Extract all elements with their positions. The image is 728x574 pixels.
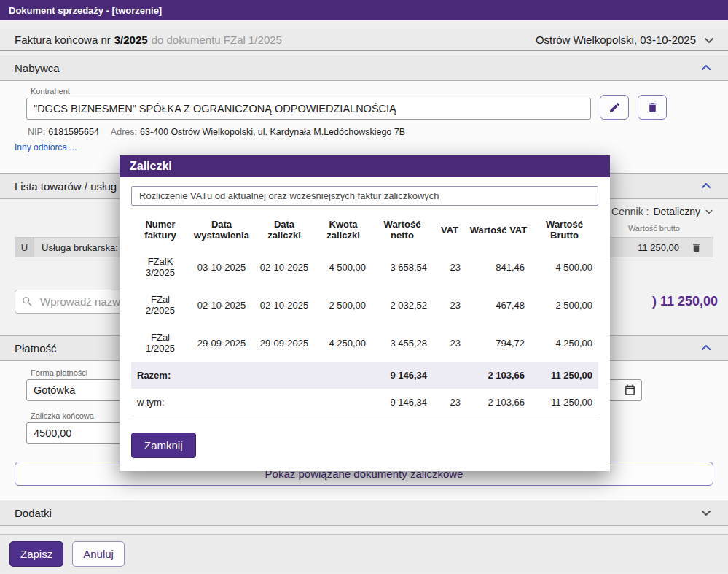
- cell-issue-date: 29-09-2025: [189, 324, 254, 362]
- cell-vat-value: 467,48: [466, 286, 531, 324]
- action-bar: Zapisz Anuluj: [0, 534, 728, 573]
- column-header: Data wystawienia: [189, 212, 254, 248]
- items-total-gross: ) 11 250,00: [652, 294, 718, 309]
- document-title-label: Faktura końcowa nr: [15, 34, 111, 46]
- delete-item-button[interactable]: [679, 242, 713, 253]
- cell-vat-rate: 23: [433, 324, 466, 362]
- trash-icon: [646, 101, 659, 114]
- advances-modal-title: Zaliczki: [130, 160, 172, 173]
- cell-advance-date: 02-10-2025: [254, 248, 315, 286]
- document-number: 3/2025: [114, 34, 148, 46]
- section-buyer-header[interactable]: Nabywca: [0, 55, 728, 81]
- chevron-up-icon[interactable]: [700, 180, 712, 192]
- contractor-details: NIP:6181595654 Adres:63-400 Ostrów Wielk…: [28, 127, 713, 137]
- column-header: Numer faktury: [131, 212, 189, 248]
- calendar-icon[interactable]: [624, 384, 636, 396]
- cell-advance-date: 29-09-2025: [254, 324, 315, 362]
- column-header: Data zaliczki: [254, 212, 315, 248]
- breakdown-vat-value: 2 103,66: [466, 389, 531, 416]
- search-icon: [21, 295, 34, 308]
- advances-table-row[interactable]: FZal 2/2025 02-10-2025 02-10-2025 2 500,…: [131, 286, 598, 324]
- contractor-label: Kontrahent: [31, 87, 591, 96]
- document-header: Faktura końcowa nr 3/2025 do dokumentu F…: [0, 29, 728, 51]
- breakdown-vat-rate: 23: [433, 389, 466, 416]
- advances-table-row[interactable]: FZalK 3/2025 03-10-2025 02-10-2025 4 500…: [131, 248, 598, 286]
- cell-net-value: 3 658,54: [372, 248, 433, 286]
- chevron-up-icon[interactable]: [700, 342, 712, 354]
- breakdown-row-label: w tym:: [131, 389, 189, 416]
- cell-advance-amount: 4 500,00: [315, 248, 372, 286]
- document-title-suffix: do dokumentu FZal 1/2025: [152, 34, 282, 46]
- breakdown-net-value: 9 146,34: [372, 389, 433, 416]
- breakdown-gross-value: 11 250,00: [531, 389, 598, 416]
- advances-modal-body: Rozliczenie VATu od aktualnej oraz wcześ…: [120, 177, 610, 471]
- item-gross-value: 11 250,00: [599, 242, 679, 253]
- section-payment-title: Płatność: [15, 342, 57, 354]
- cell-gross-value: 2 500,00: [531, 286, 598, 324]
- cancel-button[interactable]: Anuluj: [72, 541, 125, 567]
- cell-issue-date: 03-10-2025: [189, 248, 254, 286]
- cell-advance-amount: 2 500,00: [315, 286, 372, 324]
- advances-table-row[interactable]: FZal 1/2025 29-09-2025 29-09-2025 4 250,…: [131, 324, 598, 362]
- total-vat-value: 2 103,66: [466, 362, 531, 389]
- chevron-up-icon[interactable]: [700, 62, 712, 74]
- advances-table-header-row: Numer faktury Data wystawienia Data zali…: [131, 212, 598, 248]
- cell-issue-date: 02-10-2025: [189, 286, 254, 324]
- delete-contractor-button[interactable]: [638, 95, 667, 120]
- section-extras-header[interactable]: Dodatki: [0, 500, 728, 526]
- cell-gross-value: 4 250,00: [531, 324, 598, 362]
- cell-invoice-number: FZal 2/2025: [131, 286, 189, 324]
- edit-contractor-button[interactable]: [600, 95, 629, 120]
- nip-label: NIP:: [28, 127, 45, 137]
- chevron-down-icon[interactable]: [700, 507, 712, 519]
- price-list-label: Cennik :: [611, 206, 649, 217]
- advances-table: Numer faktury Data wystawienia Data zali…: [131, 212, 598, 416]
- window-title: Dokument sprzedaży - [tworzenie]: [9, 5, 162, 16]
- cell-net-value: 2 032,52: [372, 286, 433, 324]
- other-recipient-link[interactable]: Inny odbiorca ...: [15, 142, 77, 152]
- advances-total-row: Razem: 9 146,34 2 103,66 11 250,00: [131, 362, 598, 389]
- total-row-label: Razem:: [131, 362, 189, 389]
- cell-advance-amount: 4 250,00: [315, 324, 372, 362]
- address-label: Adres:: [111, 127, 137, 137]
- chevron-down-icon[interactable]: [703, 34, 715, 46]
- window-title-bar: Dokument sprzedaży - [tworzenie]: [0, 0, 728, 20]
- column-header: Wartość Brutto: [531, 212, 598, 248]
- section-items-title: Lista towarów / usług: [15, 180, 117, 193]
- trash-icon: [691, 242, 702, 253]
- gross-value-column-header: Wartość brutto: [600, 224, 680, 233]
- cell-net-value: 3 455,28: [372, 324, 433, 362]
- column-header: Kwota zaliczki: [315, 212, 372, 248]
- cell-vat-rate: 23: [433, 286, 466, 324]
- advances-breakdown-row: w tym: 9 146,34 23 2 103,66 11 250,00: [131, 389, 598, 416]
- contractor-input[interactable]: [26, 98, 591, 120]
- section-extras-title: Dodatki: [15, 507, 52, 519]
- cell-advance-date: 02-10-2025: [254, 286, 315, 324]
- price-list-value: Detaliczny: [653, 206, 700, 217]
- pencil-icon: [608, 101, 621, 114]
- column-header: VAT: [433, 212, 466, 248]
- close-modal-button[interactable]: Zamknij: [131, 433, 196, 458]
- cell-invoice-number: FZalK 3/2025: [131, 248, 189, 286]
- place-date-text: Ostrów Wielkopolski, 03-10-2025: [536, 34, 696, 46]
- save-button[interactable]: Zapisz: [9, 541, 63, 567]
- place-date: Ostrów Wielkopolski, 03-10-2025: [536, 34, 715, 46]
- total-gross-value: 11 250,00: [531, 362, 598, 389]
- nip-value: 6181595654: [48, 127, 99, 137]
- advances-info-text: Rozliczenie VATu od aktualnej oraz wcześ…: [131, 186, 598, 206]
- cell-invoice-number: FZal 1/2025: [131, 324, 189, 362]
- advances-modal-header: Zaliczki: [120, 155, 610, 177]
- advances-modal: Zaliczki Rozliczenie VATu od aktualnej o…: [120, 155, 610, 471]
- cell-vat-value: 841,46: [466, 248, 531, 286]
- column-header: Wartość netto: [372, 212, 433, 248]
- section-buyer-title: Nabywca: [15, 62, 60, 74]
- chevron-down-icon: [705, 207, 713, 216]
- document-title: Faktura końcowa nr 3/2025 do dokumentu F…: [15, 34, 282, 46]
- cell-vat-value: 794,72: [466, 324, 531, 362]
- address-value: 63-400 Ostrów Wielkopolski, ul. Kardynał…: [140, 127, 405, 137]
- column-header: Wartość VAT: [466, 212, 531, 248]
- item-type-badge: U: [15, 238, 34, 257]
- cell-gross-value: 4 500,00: [531, 248, 598, 286]
- total-net-value: 9 146,34: [372, 362, 433, 389]
- cell-vat-rate: 23: [433, 248, 466, 286]
